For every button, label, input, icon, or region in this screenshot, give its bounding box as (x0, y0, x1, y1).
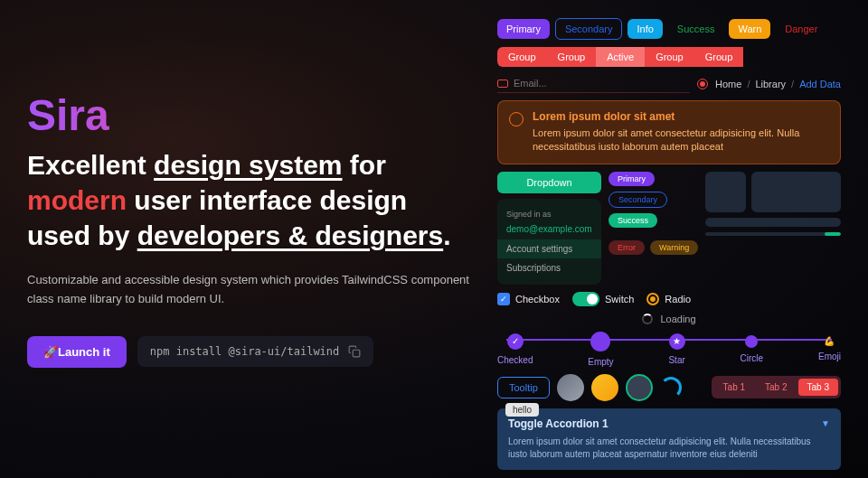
step-label: Empty (588, 357, 613, 367)
checkbox-label: Checkbox (515, 294, 560, 305)
avatar[interactable] (591, 374, 618, 401)
breadcrumb-library[interactable]: Library (755, 79, 786, 89)
breadcrumb: Home / Library / Add Data (715, 79, 841, 89)
email-input[interactable] (497, 74, 690, 93)
group-button[interactable]: Group (497, 47, 547, 67)
step-star-icon[interactable]: ★ (669, 333, 685, 350)
skeleton-line (705, 218, 841, 227)
mail-icon (497, 80, 508, 88)
breadcrumb-add[interactable]: Add Data (799, 79, 841, 89)
group-button[interactable]: Group (645, 47, 694, 67)
accordion[interactable]: Toggle Accordion 1 ▼ Lorem ipsum dolor s… (497, 408, 841, 470)
loading-text: Loading (660, 314, 695, 324)
install-command[interactable]: npm install @sira-ui/tailwind (137, 336, 374, 367)
tooltip-button[interactable]: Tooltip hello (497, 377, 550, 398)
switch-label: Switch (605, 294, 634, 305)
accordion-body: Lorem ipsum dolor sit amet consectetur a… (508, 436, 830, 461)
headline-text: . (443, 220, 450, 250)
tab-2[interactable]: Tab 2 (756, 379, 796, 396)
form-controls: ✓ Checkbox Switch Radio (497, 292, 841, 306)
step-label: Circle (741, 353, 764, 363)
dropdown-email: demo@example.com (497, 222, 601, 239)
info-button[interactable]: Info (627, 19, 662, 39)
headline-text: Excellent (27, 150, 154, 180)
skeleton-square (705, 172, 746, 212)
chevron-down-icon[interactable]: ▼ (821, 418, 830, 428)
avatar-ring[interactable] (626, 374, 653, 401)
secondary-button[interactable]: Secondary (555, 18, 623, 40)
tab-3[interactable]: Tab 3 (798, 379, 838, 396)
tab-1[interactable]: Tab 1 (714, 379, 754, 396)
warn-button[interactable]: Warn (729, 19, 770, 39)
svg-rect-0 (354, 350, 361, 357)
loading-indicator: Loading (497, 314, 841, 324)
headline-devs-designers: developers & designers (137, 220, 443, 250)
badge-warning: Warning (650, 240, 698, 255)
breadcrumb-sep: / (747, 79, 750, 89)
headline-design-system: design system (154, 150, 342, 180)
badge-secondary: Secondary (609, 192, 667, 208)
spinner-icon (660, 377, 682, 398)
badge-primary: Primary (609, 172, 655, 186)
button-group: Group Group Active Group Group (497, 47, 841, 67)
step-label: Emoji (818, 351, 841, 361)
checkbox[interactable]: ✓ (497, 293, 510, 305)
headline-text: for (343, 150, 386, 180)
step-circle-icon[interactable] (745, 335, 758, 348)
spinner-icon (642, 314, 653, 324)
subheading: Customizable and accessible design syste… (27, 271, 470, 309)
copy-icon[interactable] (348, 345, 361, 358)
step-label: Star (668, 355, 684, 365)
radio[interactable] (646, 293, 659, 305)
email-field[interactable] (514, 78, 690, 89)
primary-button[interactable]: Primary (497, 19, 550, 39)
group-button-active[interactable]: Active (596, 47, 645, 67)
group-button[interactable]: Group (547, 47, 597, 67)
dropdown-account[interactable]: Account settings (497, 239, 601, 258)
breadcrumb-sep: / (791, 79, 794, 89)
dropdown-menu: Signed in as demo@example.com Account se… (497, 199, 601, 285)
badge-error: Error (609, 240, 645, 255)
step-emoji-icon[interactable]: 💪 (824, 336, 835, 346)
stepper: ✓Checked Empty ★Star Circle 💪Emoji (497, 332, 841, 367)
button-row: Primary Secondary Info Success Warn Dang… (497, 18, 841, 40)
radio-label: Radio (665, 294, 691, 305)
switch[interactable] (572, 292, 599, 306)
smile-icon (509, 112, 524, 127)
launch-button[interactable]: 🚀Launch it (27, 336, 127, 368)
brand-title: Sira (27, 90, 470, 140)
badge-success: Success (609, 213, 657, 228)
step-empty-icon[interactable] (590, 332, 610, 351)
tooltip-popup: hello (505, 403, 539, 417)
accordion-title: Toggle Accordion 1 (508, 417, 609, 430)
alert-title: Lorem ipsum dolor sit amet (533, 110, 829, 123)
dropdown-button[interactable]: Dropdown (497, 172, 601, 193)
dropdown-subs[interactable]: Subscriptions (497, 258, 601, 277)
group-button[interactable]: Group (694, 47, 744, 67)
tabs: Tab 1 Tab 2 Tab 3 (712, 376, 841, 398)
breadcrumb-home[interactable]: Home (715, 79, 741, 89)
step-checked-icon[interactable]: ✓ (507, 333, 524, 350)
dropdown-signed-in: Signed in as (497, 206, 601, 222)
danger-button[interactable]: Danger (776, 19, 826, 39)
success-button[interactable]: Success (668, 19, 724, 39)
step-label: Checked (497, 355, 533, 365)
record-icon[interactable] (697, 79, 708, 89)
headline: Excellent design system for modern user … (27, 147, 470, 253)
avatar[interactable] (557, 374, 584, 401)
headline-modern: modern (27, 185, 127, 215)
tooltip-label: Tooltip (509, 382, 538, 393)
progress-bar (705, 232, 841, 236)
alert-body: Lorem ipsum dolor sit amet consectetur a… (533, 127, 829, 155)
install-text: npm install @sira-ui/tailwind (150, 345, 340, 358)
skeleton-rect (751, 172, 841, 212)
alert: Lorem ipsum dolor sit amet Lorem ipsum d… (497, 100, 841, 164)
